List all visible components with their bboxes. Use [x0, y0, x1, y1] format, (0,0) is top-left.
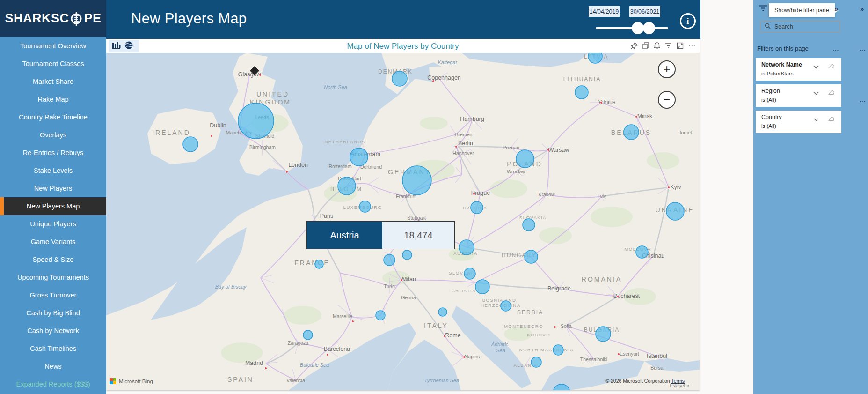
sidebar-item-game-variants[interactable]: Game Variants	[0, 233, 106, 251]
map-data-bubble[interactable]	[402, 250, 412, 260]
map-data-bubble[interactable]	[553, 345, 563, 355]
sidebar-item-overlays[interactable]: Overlays	[0, 126, 106, 144]
pane-more-icon[interactable]: ...	[860, 45, 866, 52]
pin-icon[interactable]	[631, 42, 638, 49]
filter-pane: Show/hide filter pane » » Search Filters…	[753, 0, 868, 394]
map-data-bubble[interactable]	[575, 86, 588, 99]
filter-pane-tooltip: Show/hide filter pane	[769, 3, 835, 17]
bing-label: Microsoft Bing	[119, 379, 153, 384]
map-data-bubble[interactable]	[523, 219, 535, 231]
date-range-slider-handle-right[interactable]	[643, 22, 655, 34]
filter-card-condition: is PokerStars	[761, 71, 838, 76]
sidebar-item-rake-map[interactable]: Rake Map	[0, 90, 106, 108]
visual-title: Map of New Players by Country	[106, 42, 700, 51]
date-range-slider-handle-left[interactable]	[632, 22, 644, 34]
scope-icon	[69, 12, 83, 26]
pane-filter-icon[interactable]	[759, 5, 767, 14]
sidebar-item-expanded-reports[interactable]: Expanded Reports ($$$)	[0, 375, 106, 393]
visual-actions: ⋯	[631, 42, 696, 49]
sidebar-item-upcoming-tournaments[interactable]: Upcoming Tournaments	[0, 268, 106, 286]
sidebar-item-unique-players[interactable]: Unique Players	[0, 215, 106, 233]
eraser-icon[interactable]	[828, 115, 835, 123]
bing-map[interactable]: UNITEDKINGDOMIRELANDDENMARKNETHERLANDSBE…	[106, 53, 700, 390]
collapse-filter-pane-icon[interactable]: »	[834, 5, 838, 13]
map-data-bubble[interactable]	[464, 268, 475, 279]
map-data-bubble[interactable]	[303, 330, 313, 340]
sidebar-item-new-players-map[interactable]: New Players Map	[0, 197, 106, 215]
copy-icon[interactable]	[642, 42, 649, 49]
sidebar-item-cash-by-big-blind[interactable]: Cash by Big Blind	[0, 304, 106, 322]
sidebar-item-new-players[interactable]: New Players	[0, 179, 106, 197]
map-data-bubble[interactable]	[359, 201, 371, 212]
map-data-bubble[interactable]	[459, 240, 474, 255]
filter-card-title: Region	[761, 88, 838, 94]
sidebar-item-news[interactable]: News	[0, 357, 106, 375]
map-data-bubble[interactable]	[636, 246, 648, 258]
sidebar-item-tournament-classes[interactable]: Tournament Classes	[0, 55, 106, 73]
filter-card-region[interactable]: Regionis (All)	[756, 84, 841, 107]
map-data-bubble[interactable]	[238, 103, 274, 139]
logo-text-pre: SHARKSC	[5, 11, 69, 26]
map-data-bubble[interactable]	[666, 202, 684, 220]
alert-bell-icon[interactable]	[654, 42, 660, 49]
map-data-bubble[interactable]	[553, 384, 570, 390]
focus-mode-icon[interactable]	[677, 42, 684, 49]
page-margin	[106, 390, 700, 394]
sidebar-item-gross-turnover[interactable]: Gross Turnover	[0, 286, 106, 304]
map-data-bubble[interactable]	[438, 308, 447, 316]
info-icon[interactable]: i	[680, 13, 696, 29]
chevron-down-icon[interactable]	[813, 115, 819, 123]
sidebar-item-tournament-overview[interactable]: Tournament Overview	[0, 37, 106, 55]
map-data-bubble[interactable]	[471, 201, 483, 214]
filter-card-title: Network Name	[761, 61, 838, 68]
map-copyright: © 2026 Microsoft Corporation Terms	[605, 378, 685, 384]
more-options-icon[interactable]: ⋯	[688, 44, 696, 48]
map-data-bubble[interactable]	[475, 280, 489, 294]
map-data-bubble[interactable]	[376, 311, 385, 320]
date-from-field[interactable]: 14/04/2019	[589, 6, 620, 17]
map-data-bubble[interactable]	[183, 137, 198, 152]
map-data-bubble[interactable]	[315, 260, 323, 268]
map-data-bubble[interactable]	[516, 150, 534, 168]
chevron-down-icon[interactable]	[813, 62, 819, 71]
collapse-secondary-pane-icon[interactable]: »	[860, 5, 864, 13]
map-data-bubble[interactable]	[402, 166, 431, 195]
map-zoom-out-button[interactable]: −	[658, 91, 676, 109]
eraser-icon[interactable]	[828, 62, 835, 71]
map-data-bubble[interactable]	[501, 301, 511, 311]
filter-card-network-name[interactable]: Network Nameis PokerStars	[756, 58, 841, 81]
sidebar-item-market-share[interactable]: Market Share	[0, 73, 106, 90]
sidebar-item-cash-timelines[interactable]: Cash Timelines	[0, 340, 106, 357]
filter-icon[interactable]	[665, 43, 672, 49]
map-data-bubble[interactable]	[624, 125, 639, 140]
map-data-bubble[interactable]	[596, 327, 611, 342]
sidebar-item-country-rake-timeline[interactable]: Country Rake Timeline	[0, 108, 106, 126]
filter-card-condition: is (All)	[761, 123, 838, 129]
terms-link[interactable]: Terms	[671, 378, 685, 384]
sidebar-item-re-entries-rebuys[interactable]: Re-Entries / Rebuys	[0, 144, 106, 162]
map-data-bubble[interactable]	[588, 53, 602, 63]
chevron-down-icon[interactable]	[813, 89, 819, 97]
filters-more-icon[interactable]: ...	[833, 45, 839, 52]
search-icon	[765, 23, 771, 30]
page-title: New Players Map	[131, 10, 247, 27]
map-zoom-in-button[interactable]: +	[658, 60, 676, 78]
filters-section-title: Filters on this page	[757, 45, 809, 52]
map-data-bubble[interactable]	[338, 177, 356, 195]
map-data-bubble[interactable]	[392, 71, 407, 86]
filter-card-country[interactable]: Countryis (All)	[756, 111, 841, 133]
sidebar-item-stake-levels[interactable]: Stake Levels	[0, 162, 106, 179]
tooltip-country: Austria	[307, 222, 382, 249]
map-data-bubble[interactable]	[384, 254, 395, 266]
search-input[interactable]: Search	[760, 21, 840, 33]
map-data-bubble[interactable]	[525, 250, 538, 263]
sidebar-item-cash-by-network[interactable]: Cash by Network	[0, 322, 106, 340]
sidebar-nav: Tournament OverviewTournament ClassesMar…	[0, 37, 106, 394]
map-data-bubble[interactable]	[350, 148, 368, 166]
copyright-text: © 2026 Microsoft Corporation	[605, 378, 670, 384]
card-more-icon[interactable]: ...	[860, 97, 866, 104]
map-data-bubble[interactable]	[531, 357, 541, 367]
date-to-field[interactable]: 30/06/2021	[629, 6, 660, 17]
eraser-icon[interactable]	[828, 89, 835, 97]
sidebar-item-speed-size[interactable]: Speed & Size	[0, 251, 106, 268]
